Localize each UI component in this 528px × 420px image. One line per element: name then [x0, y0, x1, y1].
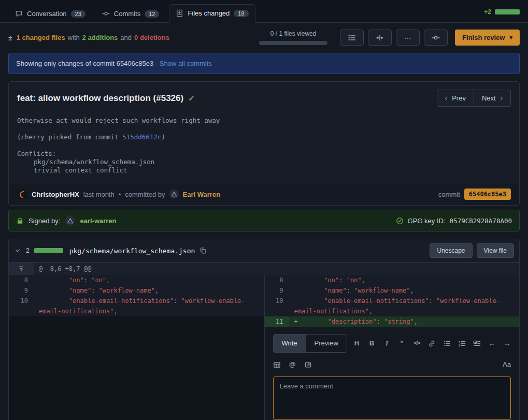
file-actions: Unescape View file — [430, 243, 514, 258]
changed-files-summary: ± 1 changed files with 2 additions and 0… — [8, 34, 169, 42]
ordered-list-icon[interactable] — [458, 339, 466, 347]
additions-count: 2 additions — [82, 34, 118, 41]
right-code-line[interactable]: "enable-email-notifications": "workflow-… — [289, 296, 520, 316]
commit-picker-button[interactable] — [424, 30, 448, 46]
tab-preview[interactable]: Preview — [306, 335, 347, 352]
signed-by-label: Signed by: — [28, 217, 60, 225]
tab-files-changed[interactable]: Files changed 18 — [169, 4, 255, 23]
cherry-pick-hash-link[interactable]: 515dd6612c — [122, 133, 161, 141]
code-text: "description": "string", — [298, 318, 418, 325]
code-icon[interactable]: </> — [413, 339, 421, 347]
chevron-left-icon: ‹ — [445, 94, 447, 102]
right-line-number[interactable]: 10 — [264, 296, 289, 316]
monospace-toggle[interactable]: Aa — [503, 359, 511, 370]
code-text: "enable-email-notifications": "workflow-… — [294, 297, 500, 315]
tab-conversation-label: Conversation — [27, 10, 67, 18]
gpg-key-value: 0579CB2928A78A00 — [450, 217, 512, 225]
commit-sha-badge[interactable]: 65406c85e3 — [464, 189, 511, 200]
reference-icon[interactable] — [304, 360, 312, 369]
changed-files-count: 1 changed files — [17, 34, 65, 41]
arrow-right-icon[interactable]: → — [503, 339, 511, 347]
view-file-button[interactable]: View file — [477, 243, 514, 258]
summary-and: and — [120, 34, 132, 41]
diff-file-icon — [176, 9, 183, 17]
author-avatar[interactable] — [17, 189, 27, 199]
right-line-number[interactable]: 8 — [264, 275, 289, 285]
right-line-number-added[interactable]: 11 — [264, 316, 289, 327]
files-changed-count-badge: 18 — [234, 10, 248, 17]
code-text: "name": "workflow-name", — [294, 287, 414, 294]
collapse-file-icon[interactable] — [14, 247, 21, 254]
file-name[interactable]: pkg/schema/workflow_schema.json — [69, 247, 195, 255]
gpg-key-group: GPG key ID: 0579CB2928A78A00 — [396, 217, 512, 225]
dot-separator: • — [119, 191, 121, 198]
diff-stat-bar — [495, 9, 520, 15]
italic-icon[interactable]: I — [383, 339, 391, 347]
signature-bar: Signed by: earl-warren GPG key ID: 0579C… — [8, 210, 520, 231]
signer-name[interactable]: earl-warren — [80, 217, 116, 225]
more-options-button[interactable]: ⋯ — [396, 30, 420, 46]
left-empty-gutter — [9, 316, 34, 327]
commit-filter-banner: Showing only changes of commit 65406c85e… — [8, 53, 520, 74]
verified-check-icon: ✓ — [188, 94, 195, 103]
table-icon[interactable] — [273, 360, 281, 369]
tab-write[interactable]: Write — [274, 335, 306, 352]
copy-path-icon[interactable] — [199, 247, 207, 254]
comment-input[interactable] — [273, 376, 511, 420]
conflict-note: trivial context conflict — [17, 166, 511, 175]
prev-commit-button[interactable]: ‹ Prev — [437, 90, 474, 107]
files-viewed-bar — [259, 41, 327, 45]
gpg-key-label: GPG key ID: — [408, 217, 446, 225]
split-view-button[interactable] — [368, 30, 392, 46]
committed-by-label: committed by — [125, 191, 165, 198]
left-code-line[interactable]: "name": "workflow-name", — [34, 285, 264, 296]
caret-down-icon: ▾ — [509, 34, 512, 41]
commit-nav: ‹ Prev Next › — [437, 90, 511, 107]
cherry-pick-suffix: ) — [161, 133, 165, 141]
mention-icon[interactable]: @ — [289, 360, 296, 369]
files-viewed-progress: 0 / 1 files viewed — [259, 30, 327, 45]
expand-hunk-button[interactable] — [9, 263, 34, 275]
task-list-icon[interactable] — [473, 339, 481, 347]
right-line-number[interactable]: 9 — [264, 285, 289, 296]
signer-avatar[interactable] — [65, 215, 75, 226]
left-code-line[interactable]: "on": "on", — [34, 275, 264, 285]
conflict-file: pkg/schema/workflow_schema.json — [17, 158, 511, 166]
code-text: "on": "on", — [294, 277, 365, 284]
summary-with: with — [68, 34, 80, 41]
unordered-list-icon[interactable] — [443, 339, 451, 347]
arrow-left-icon[interactable]: ← — [488, 339, 496, 347]
file-diff-stat-bar — [34, 248, 63, 253]
unescape-button[interactable]: Unescape — [430, 243, 472, 258]
add-marker: + — [294, 318, 298, 325]
tab-commits[interactable]: Commits 12 — [95, 5, 166, 22]
tab-conversation[interactable]: Conversation 23 — [8, 5, 92, 22]
finish-review-label: Finish review — [462, 34, 505, 41]
right-code-line[interactable]: "on": "on", — [289, 275, 520, 285]
committer-name[interactable]: Earl Warren — [183, 191, 221, 198]
commit-body-line: Otherwise act would reject such workflow… — [17, 117, 511, 125]
heading-icon[interactable]: H — [353, 339, 361, 347]
right-added-code-line[interactable]: + "description": "string", — [289, 316, 520, 327]
finish-review-button[interactable]: Finish review ▾ — [455, 30, 520, 46]
lock-icon — [16, 217, 24, 225]
pr-tabbar: Conversation 23 Commits 12 Files changed… — [0, 0, 528, 23]
bold-icon[interactable]: B — [368, 339, 376, 347]
left-line-number[interactable]: 10 — [9, 296, 34, 316]
committer-avatar[interactable] — [169, 190, 179, 199]
file-tree-toggle-button[interactable] — [340, 30, 364, 46]
link-icon[interactable] — [428, 339, 436, 347]
next-commit-button[interactable]: Next › — [474, 90, 511, 107]
quote-icon[interactable]: ” — [398, 339, 406, 347]
left-line-number[interactable]: 9 — [9, 285, 34, 296]
code-text: "enable-email-notifications": "workflow-… — [39, 297, 245, 315]
author-name[interactable]: ChristopherHX — [32, 191, 79, 198]
left-code-line[interactable]: "enable-email-notifications": "workflow-… — [34, 296, 264, 316]
right-code-line[interactable]: "name": "workflow-name", — [289, 285, 520, 296]
left-line-number[interactable]: 8 — [9, 275, 34, 285]
conversation-icon — [15, 10, 23, 18]
show-all-commits-link[interactable]: Show all commits — [160, 60, 212, 67]
editor-mode-tabs: Write Preview — [273, 334, 347, 353]
next-label: Next — [482, 94, 496, 102]
commit-message-body: Otherwise act would reject such workflow… — [9, 112, 519, 183]
